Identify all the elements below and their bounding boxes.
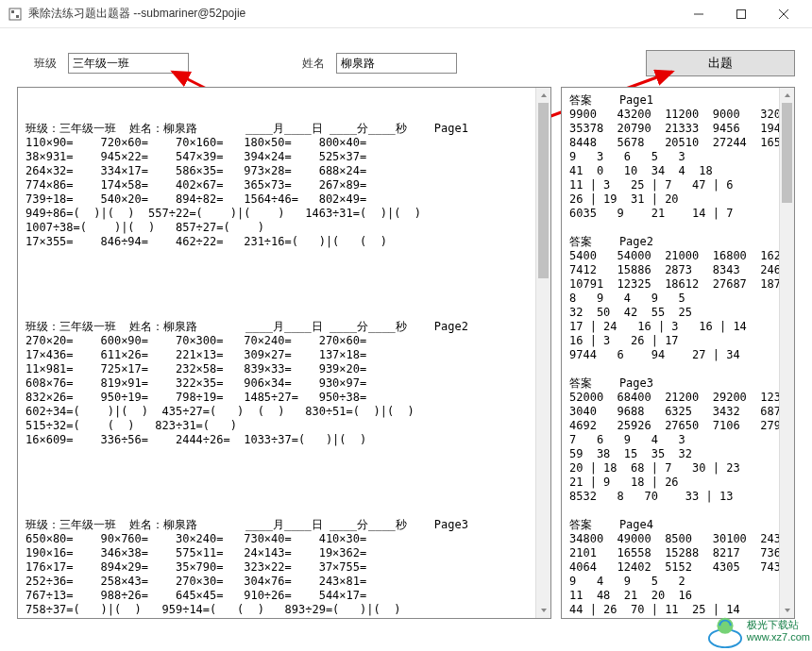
svg-rect-1 [11, 10, 14, 13]
generate-button[interactable]: 出题 [646, 50, 795, 76]
close-button[interactable] [762, 0, 804, 28]
window-controls [677, 0, 804, 28]
scroll-track[interactable] [780, 103, 794, 603]
class-input[interactable] [68, 53, 189, 74]
name-label: 姓名 [302, 56, 325, 72]
maximize-button[interactable] [719, 0, 762, 28]
svg-marker-14 [785, 609, 790, 612]
scroll-thumb[interactable] [782, 103, 792, 203]
content-panes: 班级：三年级一班 姓名：柳泉路 ____月____日 ____分____秒 Pa… [0, 87, 812, 636]
answers-pane: 答案 Page1 9900 43200 11200 9000 32000 353… [561, 87, 795, 619]
questions-scrollbar[interactable] [535, 88, 550, 618]
minimize-button[interactable] [677, 0, 719, 28]
scroll-track[interactable] [536, 103, 550, 603]
answers-text: 答案 Page1 9900 43200 11200 9000 32000 353… [562, 88, 779, 618]
scroll-down-button[interactable] [536, 603, 550, 618]
app-icon [8, 7, 23, 22]
watermark-line2: www.xz7.com [747, 631, 810, 643]
name-input[interactable] [336, 53, 457, 74]
window-title: 乘除法练习题出题器 --submariner@52pojie [28, 6, 677, 22]
answers-scrollbar[interactable] [779, 88, 794, 618]
watermark-logo-icon [707, 613, 743, 649]
titlebar: 乘除法练习题出题器 --submariner@52pojie [0, 0, 812, 28]
svg-marker-11 [541, 93, 547, 97]
scroll-up-button[interactable] [536, 88, 550, 103]
svg-rect-2 [16, 15, 19, 18]
watermark-line1: 极光下载站 [747, 619, 810, 631]
class-label: 班级 [34, 56, 57, 72]
top-controls: 班级 姓名 出题 [0, 28, 812, 87]
questions-text: 班级：三年级一班 姓名：柳泉路 ____月____日 ____分____秒 Pa… [18, 88, 535, 618]
watermark: 极光下载站 www.xz7.com [707, 613, 810, 649]
svg-marker-12 [541, 609, 547, 612]
generate-button-label: 出题 [708, 55, 733, 72]
svg-rect-0 [9, 8, 21, 20]
svg-rect-4 [736, 9, 745, 18]
scroll-thumb[interactable] [538, 103, 549, 278]
scroll-up-button[interactable] [780, 88, 794, 103]
questions-pane: 班级：三年级一班 姓名：柳泉路 ____月____日 ____分____秒 Pa… [17, 87, 551, 619]
svg-marker-13 [785, 93, 790, 97]
